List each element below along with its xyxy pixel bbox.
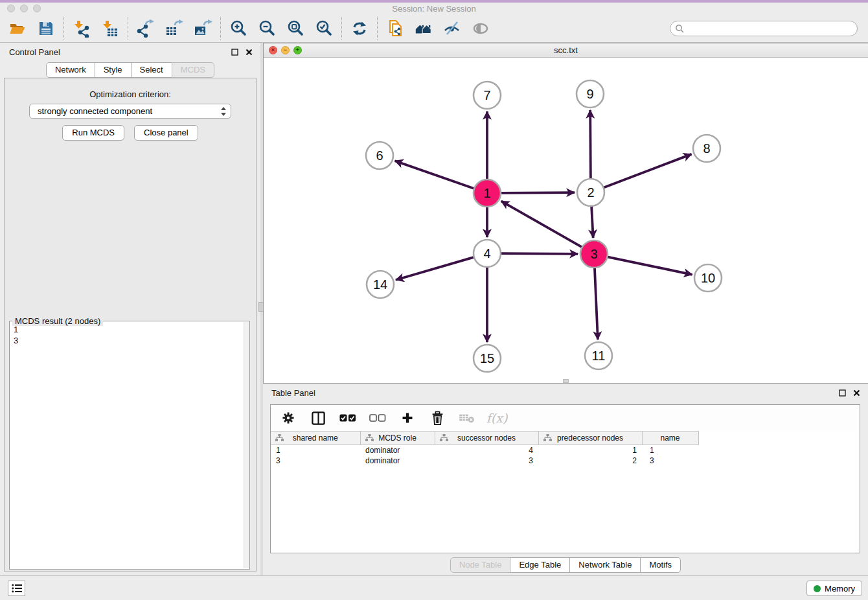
open-session-button[interactable] bbox=[8, 19, 27, 38]
table-row[interactable]: 3dominator323 bbox=[271, 456, 860, 466]
float-panel-icon[interactable] bbox=[229, 47, 240, 57]
deselect-all-button[interactable] bbox=[369, 410, 386, 426]
create-column-button[interactable] bbox=[399, 410, 416, 426]
export-image-button[interactable] bbox=[193, 19, 212, 38]
column-header-predecessor-nodes[interactable]: predecessor nodes bbox=[538, 432, 642, 445]
node-table[interactable]: shared nameMCDS rolesuccessor nodesprede… bbox=[271, 431, 860, 466]
apply-layout-button[interactable] bbox=[350, 19, 369, 38]
cell-predecessor-nodes[interactable]: 1 bbox=[538, 445, 642, 456]
criterion-dropdown-value: strongly connected component bbox=[38, 106, 152, 116]
graph-node-9[interactable]: 9 bbox=[577, 80, 604, 108]
search-input[interactable] bbox=[670, 21, 858, 36]
network-graph-svg[interactable]: 7968124314101511 bbox=[264, 58, 868, 383]
export-table-button[interactable] bbox=[165, 19, 184, 38]
tab-select[interactable]: Select bbox=[131, 62, 172, 78]
zoom-out-button[interactable] bbox=[257, 19, 277, 38]
cell-successor-nodes[interactable]: 3 bbox=[435, 456, 538, 466]
save-session-button[interactable] bbox=[36, 19, 56, 38]
svg-text:1: 1 bbox=[483, 186, 490, 200]
network-window-titlebar[interactable]: × − + scc.txt bbox=[264, 43, 868, 58]
cell-MCDS-role[interactable]: dominator bbox=[360, 445, 435, 456]
home-button[interactable] bbox=[414, 19, 433, 38]
graph-node-1[interactable]: 1 bbox=[474, 179, 501, 207]
export-image-icon bbox=[193, 19, 212, 38]
cell-name[interactable]: 1 bbox=[642, 445, 698, 456]
criterion-dropdown[interactable]: strongly connected component bbox=[29, 104, 231, 119]
select-all-button[interactable] bbox=[339, 410, 356, 426]
tab-style[interactable]: Style bbox=[95, 62, 131, 78]
close-table-panel-icon[interactable] bbox=[851, 387, 862, 398]
zoom-in-button[interactable] bbox=[229, 19, 248, 38]
graph-node-3[interactable]: 3 bbox=[580, 240, 608, 268]
hide-style-button[interactable] bbox=[442, 19, 462, 38]
cell-shared-name[interactable]: 3 bbox=[271, 456, 360, 466]
close-panel-button[interactable]: Close panel bbox=[134, 125, 198, 141]
graph-edge-3-11[interactable] bbox=[595, 268, 598, 340]
graph-edge-3-1[interactable] bbox=[501, 201, 582, 247]
graph-node-6[interactable]: 6 bbox=[366, 142, 393, 169]
graph-node-2[interactable]: 2 bbox=[577, 179, 604, 206]
mcds-result-box: MCDS result (2 nodes) 1 3 bbox=[9, 321, 250, 570]
table-tab-node-table[interactable]: Node Table bbox=[450, 557, 511, 573]
cell-MCDS-role[interactable]: dominator bbox=[360, 456, 435, 466]
graph-edge-1-6[interactable] bbox=[395, 161, 474, 188]
cell-name[interactable]: 3 bbox=[642, 456, 698, 466]
column-header-shared-name[interactable]: shared name bbox=[271, 432, 360, 445]
graph-node-14[interactable]: 14 bbox=[367, 271, 394, 298]
plus-icon bbox=[400, 411, 415, 425]
graph-edge-2-8[interactable] bbox=[604, 154, 692, 187]
delete-table-icon bbox=[459, 412, 475, 424]
graph-edge-2-3[interactable] bbox=[591, 207, 593, 238]
duplicate-network-button[interactable] bbox=[385, 19, 405, 38]
table-settings-button[interactable] bbox=[280, 410, 297, 426]
mcds-result-text[interactable]: 1 3 bbox=[11, 324, 243, 568]
graph-edge-4-3[interactable] bbox=[501, 253, 578, 254]
cell-shared-name[interactable]: 1 bbox=[271, 445, 360, 456]
table-row[interactable]: 1dominator411 bbox=[271, 445, 860, 456]
zoom-in-icon bbox=[229, 19, 247, 38]
cell-predecessor-nodes[interactable]: 2 bbox=[538, 456, 642, 466]
graph-edge-1-2[interactable] bbox=[501, 192, 575, 193]
split-view-icon bbox=[311, 411, 326, 426]
column-header-name[interactable]: name bbox=[642, 432, 698, 445]
graph-node-15[interactable]: 15 bbox=[474, 345, 501, 372]
cell-successor-nodes[interactable]: 4 bbox=[435, 445, 538, 456]
run-mcds-button[interactable]: Run MCDS bbox=[62, 125, 124, 141]
graph-edge-3-10[interactable] bbox=[608, 257, 692, 275]
tab-mcds[interactable]: MCDS bbox=[172, 62, 214, 78]
close-panel-icon[interactable] bbox=[244, 47, 254, 57]
export-network-button[interactable] bbox=[136, 19, 155, 38]
table-panel-title: Table Panel bbox=[271, 388, 315, 398]
task-history-button[interactable] bbox=[8, 581, 25, 596]
delete-column-button[interactable] bbox=[429, 410, 446, 426]
result-scrollbar[interactable] bbox=[244, 322, 249, 568]
graph-node-10[interactable]: 10 bbox=[694, 264, 722, 292]
float-table-panel-icon[interactable] bbox=[837, 387, 847, 398]
column-type-icon bbox=[275, 434, 284, 442]
houses-icon bbox=[414, 19, 433, 38]
import-table-button[interactable] bbox=[100, 19, 120, 38]
divider-handle-horizontal[interactable] bbox=[563, 379, 569, 383]
graph-node-7[interactable]: 7 bbox=[474, 82, 501, 109]
show-graphics-button[interactable] bbox=[471, 19, 490, 38]
zoom-fit-button[interactable] bbox=[286, 19, 305, 38]
column-header-filler bbox=[698, 432, 860, 445]
zoom-selected-button[interactable] bbox=[314, 19, 334, 38]
table-tab-network-table[interactable]: Network Table bbox=[569, 557, 641, 573]
memory-button[interactable]: Memory bbox=[806, 581, 862, 596]
graph-node-11[interactable]: 11 bbox=[585, 342, 612, 369]
tab-network[interactable]: Network bbox=[46, 62, 95, 78]
graph-edge-4-14[interactable] bbox=[396, 257, 474, 280]
table-tab-edge-table[interactable]: Edge Table bbox=[510, 557, 570, 573]
graph-edge-2-9[interactable] bbox=[590, 110, 591, 178]
control-panel: Control Panel NetworkStyleSelectMCDS Opt… bbox=[0, 43, 260, 575]
table-tab-motifs[interactable]: Motifs bbox=[640, 557, 681, 573]
column-header-MCDS-role[interactable]: MCDS role bbox=[360, 432, 435, 445]
graph-node-8[interactable]: 8 bbox=[693, 135, 720, 162]
network-canvas[interactable]: 7968124314101511 bbox=[264, 58, 868, 383]
table-tabstrip: Node TableEdge TableNetwork TableMotifs bbox=[450, 557, 681, 573]
split-panel-button[interactable] bbox=[310, 410, 326, 426]
graph-node-4[interactable]: 4 bbox=[474, 240, 501, 267]
import-network-button[interactable] bbox=[72, 19, 91, 38]
column-header-successor-nodes[interactable]: successor nodes bbox=[435, 432, 538, 445]
